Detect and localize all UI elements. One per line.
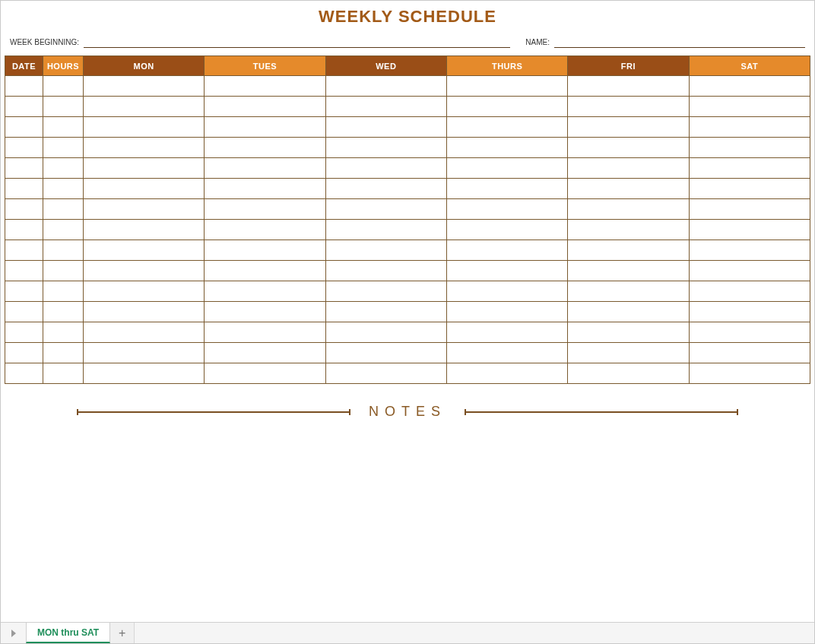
schedule-cell[interactable] [205, 322, 325, 343]
schedule-cell[interactable] [446, 138, 567, 158]
schedule-cell[interactable] [568, 117, 689, 138]
schedule-cell[interactable] [84, 240, 205, 261]
schedule-cell[interactable] [43, 117, 84, 138]
schedule-cell[interactable] [446, 76, 567, 97]
schedule-cell[interactable] [205, 343, 325, 363]
schedule-cell[interactable] [568, 343, 689, 363]
schedule-cell[interactable] [568, 322, 689, 343]
schedule-cell[interactable] [689, 199, 810, 220]
schedule-cell[interactable] [84, 343, 205, 363]
schedule-cell[interactable] [689, 261, 810, 281]
schedule-cell[interactable] [689, 302, 810, 322]
schedule-cell[interactable] [84, 76, 205, 97]
schedule-cell[interactable] [5, 199, 43, 220]
schedule-cell[interactable] [205, 138, 325, 158]
schedule-cell[interactable] [446, 117, 567, 138]
schedule-cell[interactable] [84, 322, 205, 343]
schedule-cell[interactable] [205, 281, 325, 302]
schedule-cell[interactable] [446, 97, 567, 117]
schedule-cell[interactable] [5, 322, 43, 343]
schedule-cell[interactable] [43, 76, 84, 97]
schedule-cell[interactable] [43, 261, 84, 281]
schedule-cell[interactable] [205, 199, 325, 220]
schedule-cell[interactable] [689, 220, 810, 240]
schedule-cell[interactable] [43, 302, 84, 322]
schedule-cell[interactable] [568, 76, 689, 97]
week-beginning-input-line[interactable] [84, 37, 510, 48]
schedule-cell[interactable] [689, 281, 810, 302]
schedule-cell[interactable] [568, 97, 689, 117]
schedule-cell[interactable] [325, 117, 446, 138]
schedule-cell[interactable] [325, 261, 446, 281]
schedule-cell[interactable] [689, 240, 810, 261]
schedule-cell[interactable] [5, 117, 43, 138]
schedule-cell[interactable] [205, 76, 325, 97]
schedule-cell[interactable] [5, 343, 43, 363]
schedule-cell[interactable] [84, 199, 205, 220]
schedule-cell[interactable] [446, 281, 567, 302]
schedule-cell[interactable] [689, 343, 810, 363]
schedule-cell[interactable] [5, 363, 43, 384]
schedule-cell[interactable] [568, 240, 689, 261]
schedule-cell[interactable] [205, 240, 325, 261]
schedule-cell[interactable] [5, 302, 43, 322]
schedule-cell[interactable] [43, 343, 84, 363]
schedule-cell[interactable] [325, 138, 446, 158]
schedule-cell[interactable] [325, 97, 446, 117]
schedule-cell[interactable] [325, 343, 446, 363]
schedule-cell[interactable] [205, 302, 325, 322]
schedule-cell[interactable] [689, 76, 810, 97]
schedule-cell[interactable] [446, 240, 567, 261]
schedule-cell[interactable] [568, 220, 689, 240]
schedule-cell[interactable] [446, 343, 567, 363]
schedule-cell[interactable] [568, 138, 689, 158]
schedule-cell[interactable] [446, 158, 567, 179]
schedule-cell[interactable] [689, 158, 810, 179]
schedule-cell[interactable] [446, 302, 567, 322]
schedule-cell[interactable] [5, 240, 43, 261]
schedule-cell[interactable] [5, 179, 43, 199]
schedule-cell[interactable] [325, 220, 446, 240]
schedule-cell[interactable] [446, 220, 567, 240]
schedule-cell[interactable] [84, 117, 205, 138]
schedule-cell[interactable] [43, 363, 84, 384]
schedule-cell[interactable] [84, 261, 205, 281]
schedule-cell[interactable] [568, 261, 689, 281]
schedule-cell[interactable] [5, 158, 43, 179]
schedule-cell[interactable] [43, 281, 84, 302]
schedule-cell[interactable] [43, 220, 84, 240]
schedule-cell[interactable] [325, 76, 446, 97]
schedule-cell[interactable] [325, 302, 446, 322]
schedule-cell[interactable] [84, 220, 205, 240]
tab-scroll-right-button[interactable] [1, 623, 27, 643]
schedule-cell[interactable] [205, 117, 325, 138]
schedule-cell[interactable] [205, 97, 325, 117]
schedule-cell[interactable] [43, 240, 84, 261]
schedule-cell[interactable] [5, 97, 43, 117]
schedule-cell[interactable] [446, 261, 567, 281]
schedule-cell[interactable] [5, 281, 43, 302]
schedule-cell[interactable] [325, 322, 446, 343]
schedule-cell[interactable] [43, 158, 84, 179]
schedule-cell[interactable] [325, 199, 446, 220]
schedule-cell[interactable] [325, 281, 446, 302]
schedule-cell[interactable] [689, 179, 810, 199]
schedule-cell[interactable] [43, 97, 84, 117]
schedule-cell[interactable] [84, 158, 205, 179]
schedule-cell[interactable] [689, 138, 810, 158]
schedule-cell[interactable] [84, 97, 205, 117]
name-input-line[interactable] [554, 37, 805, 48]
schedule-cell[interactable] [5, 138, 43, 158]
schedule-cell[interactable] [446, 199, 567, 220]
schedule-cell[interactable] [84, 302, 205, 322]
schedule-cell[interactable] [84, 138, 205, 158]
schedule-cell[interactable] [205, 220, 325, 240]
schedule-cell[interactable] [5, 76, 43, 97]
schedule-cell[interactable] [689, 322, 810, 343]
add-sheet-button[interactable]: + [110, 623, 135, 643]
schedule-cell[interactable] [84, 363, 205, 384]
schedule-cell[interactable] [568, 363, 689, 384]
schedule-cell[interactable] [205, 179, 325, 199]
schedule-cell[interactable] [43, 138, 84, 158]
schedule-cell[interactable] [325, 363, 446, 384]
